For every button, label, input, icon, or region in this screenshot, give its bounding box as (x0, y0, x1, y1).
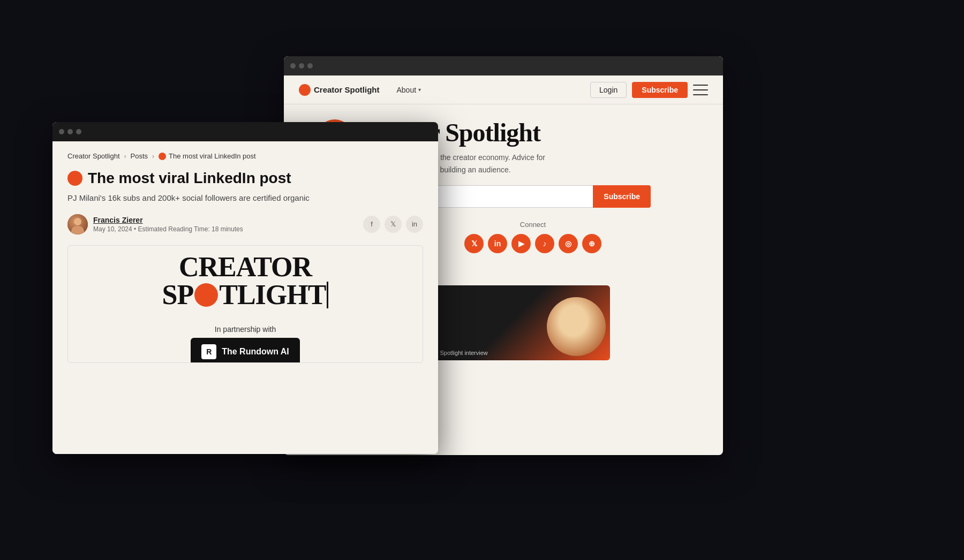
titlebar-dot-3 (307, 63, 313, 69)
login-button[interactable]: Login (590, 82, 627, 98)
front-titlebar-dot-1 (59, 129, 64, 134)
article-title: The most viral LinkedIn post (67, 170, 423, 187)
navbar-right: Login Subscribe (590, 82, 708, 98)
rundown-name: The Rundown AI (222, 347, 289, 357)
article-featured-image: CREATOR SP TLIGHT In partnership with R … (67, 245, 423, 363)
chevron-down-icon: ▾ (418, 87, 421, 93)
nav-logo-dot (299, 84, 311, 96)
logo-spotlight-text: SP TLIGHT (162, 281, 329, 309)
cursor-icon (327, 282, 328, 308)
twitter-share-icon[interactable]: 𝕏 (385, 216, 402, 233)
instagram-connect-icon[interactable]: ◎ (559, 234, 578, 253)
author-avatar (67, 214, 88, 234)
hamburger-line-3 (693, 94, 708, 95)
rss-connect-icon[interactable]: ⊕ (582, 234, 601, 253)
card-right: A Creator Spotlight interview (409, 285, 610, 360)
hamburger-line-2 (693, 89, 708, 90)
person-face (547, 297, 606, 356)
nav-about-link[interactable]: About ▾ (397, 86, 421, 94)
front-titlebar-dot-3 (76, 129, 81, 134)
titlebar-dot-1 (290, 63, 296, 69)
twitter-connect-icon[interactable]: 𝕏 (464, 234, 484, 253)
subscribe-form: Subscribe (415, 185, 651, 208)
breadcrumb-posts[interactable]: Posts (131, 152, 148, 160)
author-row: Francis Zierer May 10, 2024 • Estimated … (67, 214, 423, 234)
youtube-connect-icon[interactable]: ▶ (511, 234, 531, 253)
tiktok-connect-icon[interactable]: ♪ (535, 234, 554, 253)
breadcrumb: Creator Spotlight › Posts › The most vir… (67, 152, 423, 160)
front-titlebar-dot-2 (67, 129, 73, 134)
hamburger-line-1 (693, 85, 708, 86)
rundown-ai-logo: R The Rundown AI (191, 338, 300, 363)
breadcrumb-orange-dot (159, 153, 166, 160)
front-titlebar (52, 122, 438, 141)
titlebar-dot-2 (299, 63, 304, 69)
author-meta: May 10, 2024 • Estimated Reading Time: 1… (93, 225, 243, 233)
partnership-label: In partnership with (215, 325, 276, 334)
breadcrumb-sep-1: › (124, 153, 126, 160)
back-titlebar (284, 56, 723, 75)
linkedin-share-icon[interactable]: in (406, 216, 423, 233)
breadcrumb-current: The most viral LinkedIn post (159, 152, 256, 160)
article-subtitle: PJ Milani's 16k subs and 200k+ social fo… (67, 192, 423, 205)
creator-spotlight-logo: CREATOR SP TLIGHT (152, 245, 340, 320)
nav-site-name: Creator Spotlight (314, 85, 380, 94)
breadcrumb-home[interactable]: Creator Spotlight (67, 152, 120, 160)
hamburger-menu-icon[interactable] (693, 85, 708, 95)
rundown-icon: R (201, 344, 216, 359)
author-details: Francis Zierer May 10, 2024 • Estimated … (93, 216, 243, 233)
logo-creator-text: CREATOR (162, 253, 329, 281)
front-browser-content: Creator Spotlight › Posts › The most vir… (52, 141, 438, 454)
spotlight-o-circle (194, 283, 218, 307)
linkedin-connect-icon[interactable]: in (488, 234, 507, 253)
navbar-left: Creator Spotlight About ▾ (299, 84, 421, 96)
front-browser-window: Creator Spotlight › Posts › The most vir… (52, 122, 438, 454)
author-name[interactable]: Francis Zierer (93, 216, 243, 224)
breadcrumb-sep-2: › (152, 153, 154, 160)
subscribe-nav-button[interactable]: Subscribe (632, 82, 688, 98)
face-inner (547, 297, 606, 356)
author-info: Francis Zierer May 10, 2024 • Estimated … (67, 214, 243, 234)
avatar-inner (67, 214, 88, 234)
back-navbar: Creator Spotlight About ▾ Login Subscrib… (284, 75, 723, 104)
article-red-circle-icon (67, 171, 82, 186)
facebook-share-icon[interactable]: f (363, 216, 380, 233)
email-input[interactable] (415, 185, 593, 208)
social-share-icons: f 𝕏 in (363, 216, 423, 233)
subscribe-form-button[interactable]: Subscribe (593, 185, 651, 208)
